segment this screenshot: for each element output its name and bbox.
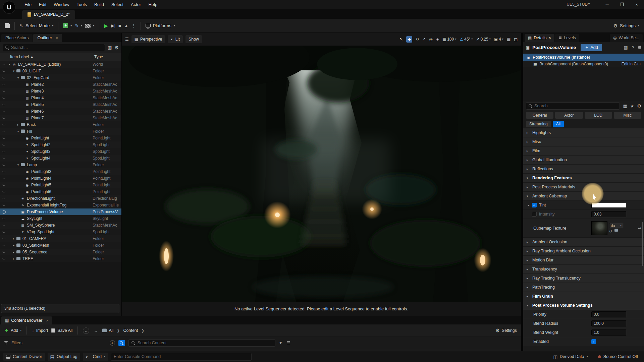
details-scrollbar[interactable] — [642, 222, 643, 266]
expander-icon[interactable] — [12, 250, 16, 254]
visibility-eye-icon[interactable] — [0, 210, 7, 214]
folder-icon[interactable] — [614, 229, 618, 232]
visibility-eye-icon[interactable] — [0, 117, 7, 119]
outliner-row[interactable]: Plane7 StaticMeshAc — [0, 115, 121, 121]
content-browser-settings[interactable]: ⚙ Settings — [495, 328, 517, 333]
save-icon[interactable] — [5, 23, 10, 28]
outliner-search-input[interactable] — [11, 45, 65, 50]
visibility-eye-icon[interactable] — [0, 225, 7, 226]
expander-icon[interactable] — [16, 123, 20, 126]
close-icon[interactable]: × — [46, 318, 48, 322]
maximize-viewport-icon[interactable]: ◻ — [514, 37, 518, 42]
outliner-row[interactable]: PointLight4 PointLight — [0, 175, 121, 182]
level-tab[interactable]: LV_SAMPLE_D_2* — [22, 10, 75, 19]
play-options-kebab[interactable]: ⋮ — [131, 23, 136, 28]
visibility-eye-icon[interactable] — [0, 151, 7, 152]
setting-value-field[interactable]: 100.0 — [591, 320, 626, 326]
component-browser-icon[interactable]: ▩ — [624, 45, 628, 50]
visibility-eye-icon[interactable] — [0, 184, 7, 186]
outliner-row[interactable]: 01_CAMERA Folder — [0, 235, 121, 242]
outliner-row[interactable]: SM_SkySphere StaticMeshAc — [0, 222, 121, 229]
details-category-row[interactable]: Film — [523, 146, 644, 156]
menu-item[interactable]: Help — [145, 0, 161, 9]
intensity-field[interactable]: 0.03 — [591, 211, 626, 217]
menu-item[interactable]: File — [21, 0, 35, 9]
visibility-eye-icon[interactable] — [0, 251, 7, 253]
content-search[interactable] — [128, 339, 275, 347]
details-category-row[interactable]: Rendering Features — [523, 174, 644, 183]
expander-icon[interactable] — [7, 63, 11, 66]
visibility-eye-icon[interactable] — [0, 191, 7, 192]
menu-item[interactable]: Build — [91, 0, 108, 9]
blueprints-dropdown[interactable]: ✎ ▾ — [75, 23, 82, 28]
outliner-row[interactable]: SkyLight SkyLight — [0, 215, 121, 222]
view-mode-dropdown[interactable]: ◐ Lit — [168, 35, 182, 43]
content-search-input[interactable] — [138, 341, 192, 345]
outliner-row[interactable]: Fill Folder — [0, 128, 121, 135]
visibility-eye-icon[interactable] — [0, 64, 7, 65]
import-button[interactable]: ↓ Import — [32, 328, 48, 333]
tab-details[interactable]: ▤ Details × — [525, 34, 554, 42]
outliner-row[interactable]: PointLight PointLight — [0, 135, 121, 141]
expander-icon[interactable] — [16, 163, 20, 167]
visibility-eye-icon[interactable] — [0, 245, 7, 246]
details-category-row[interactable]: Film Grain — [523, 292, 644, 301]
details-category-row[interactable]: Translucency — [523, 265, 644, 274]
select-tool-icon[interactable]: ↖ — [399, 37, 403, 42]
details-category-row[interactable]: Misc — [523, 137, 644, 146]
forward-button[interactable]: → — [93, 327, 99, 334]
back-button[interactable]: ← — [83, 327, 89, 334]
outliner-row[interactable]: Plane5 StaticMeshAc — [0, 101, 121, 108]
filter-chip[interactable]: Misc — [614, 112, 641, 119]
add-component-button[interactable]: ＋ Add — [581, 44, 602, 51]
expander-icon[interactable] — [12, 257, 16, 260]
camera-speed-control[interactable]: ▣ 4 ▾ — [494, 37, 503, 42]
column-item-label[interactable]: Item Label ▲ — [0, 55, 92, 59]
outliner-filter-icon[interactable]: ▥ — [108, 45, 112, 50]
visibility-eye-icon[interactable] — [0, 198, 7, 199]
grid-snap-control[interactable]: ▦ 100 ▾ — [442, 37, 456, 42]
filters-funnel-icon[interactable] — [4, 341, 8, 345]
details-category-row[interactable]: Global Illumination — [523, 156, 644, 165]
visibility-eye-icon[interactable] — [0, 131, 7, 132]
help-icon[interactable]: ? — [632, 45, 634, 50]
tab-world-settings[interactable]: ◎ World Se... — [610, 34, 643, 42]
details-search-input[interactable] — [534, 104, 588, 108]
surface-snap-icon[interactable]: ◈ — [436, 37, 439, 42]
visibility-eye-icon[interactable] — [0, 77, 7, 78]
filter-chip[interactable]: All — [553, 121, 564, 127]
outliner-row[interactable]: Plane2 StaticMeshAc — [0, 81, 121, 88]
visibility-eye-icon[interactable] — [0, 158, 7, 159]
tab-place-actors[interactable]: Place Actors — [1, 34, 33, 42]
details-search[interactable] — [526, 102, 620, 110]
component-root-row[interactable]: ▣ PostProcessVolume (Instance) — [523, 54, 644, 61]
viewport-menu-icon[interactable]: ☰ — [125, 37, 129, 42]
outliner-row[interactable]: DirectionalLight DirectionalLig — [0, 195, 121, 202]
details-category-row[interactable]: Post Process Materials — [523, 183, 644, 192]
tint-checkbox[interactable] — [532, 203, 537, 207]
maximize-button[interactable]: ❐ — [614, 0, 629, 9]
content-drawer-button[interactable]: Content Drawer — [3, 353, 45, 361]
visibility-eye-icon[interactable] — [0, 70, 7, 72]
display-filter-icon[interactable]: ▦ — [623, 104, 627, 109]
reset-property-icon[interactable]: ↩ — [638, 226, 641, 231]
tint-color-swatch[interactable] — [591, 203, 626, 208]
edit-in-cpp-link[interactable]: Edit in C++ — [622, 62, 641, 66]
visibility-eye-icon[interactable] — [0, 90, 7, 92]
filters-label[interactable]: Filters — [11, 341, 22, 345]
show-dropdown[interactable]: Show — [185, 35, 202, 43]
rotate-tool-icon[interactable]: ↻ — [416, 37, 419, 42]
derived-data-button[interactable]: ◫ Derived Data ▾ — [550, 353, 590, 361]
filter-chip[interactable]: Streaming — [526, 121, 551, 127]
close-button[interactable]: × — [629, 0, 644, 9]
save-all-button[interactable]: Save All — [51, 328, 72, 333]
add-filter-icon[interactable]: ＋ — [110, 340, 115, 346]
viewport-scene[interactable] — [122, 46, 521, 302]
enabled-checkbox[interactable] — [591, 339, 596, 344]
outliner-row[interactable]: Plane6 StaticMeshAc — [0, 108, 121, 115]
details-category-row[interactable]: Ambient Occlusion — [523, 238, 644, 247]
visibility-eye-icon[interactable] — [0, 84, 7, 85]
outliner-row[interactable]: Back Folder — [0, 121, 121, 128]
outliner-row[interactable]: PostProcessVolume PostProcessV — [0, 208, 121, 215]
tab-outliner[interactable]: Outliner × — [33, 34, 62, 42]
